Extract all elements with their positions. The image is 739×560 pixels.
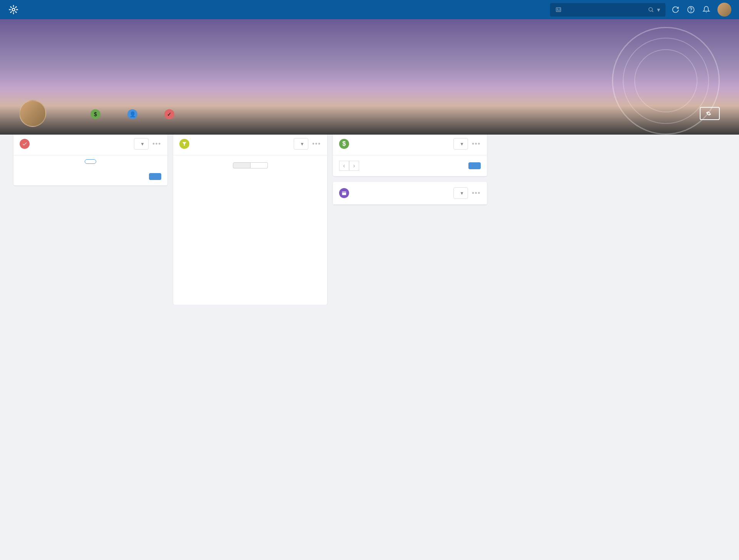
stat-won: $ — [90, 108, 104, 119]
funnel-total — [173, 283, 327, 297]
svg-point-5 — [691, 11, 691, 12]
chevron-down-icon: ▾ — [461, 190, 463, 196]
svg-point-2 — [557, 8, 558, 10]
svg-point-3 — [649, 8, 652, 11]
funnel-toggle — [173, 162, 327, 168]
user-avatar-large[interactable] — [19, 100, 46, 127]
deals-pager: ‹ › — [339, 161, 363, 171]
stat-overdue: ✓ — [164, 108, 178, 119]
stat-contacts: 👤 — [127, 108, 141, 119]
funnel-chart — [181, 175, 319, 283]
chevron-down-icon[interactable]: ▾ — [657, 6, 660, 13]
dollar-icon: $ — [90, 109, 100, 119]
deals-icon: $ — [339, 139, 349, 149]
upcoming-pill[interactable] — [85, 159, 96, 164]
gear-icon — [706, 111, 711, 116]
tasks-icon — [20, 139, 30, 149]
search-icon[interactable] — [648, 7, 654, 13]
app-logo[interactable] — [8, 4, 19, 15]
events-more-icon[interactable]: ••• — [472, 190, 481, 197]
create-deal-button[interactable] — [468, 162, 481, 169]
top-nav: ▾ — [0, 0, 739, 19]
svg-rect-6 — [342, 192, 346, 195]
search-box[interactable]: ▾ — [550, 3, 665, 17]
events-filter-dropdown[interactable]: ▾ — [453, 187, 468, 199]
chevron-down-icon: ▾ — [461, 141, 463, 147]
deals-more-icon[interactable]: ••• — [472, 140, 481, 147]
hero-banner: $ 👤 ✓ — [0, 19, 739, 135]
funnel-more-icon[interactable]: ••• — [312, 140, 321, 147]
page-title — [19, 33, 720, 52]
funnel-legend — [173, 297, 327, 305]
person-icon: 👤 — [127, 109, 137, 119]
tasks-more-icon[interactable]: ••• — [152, 140, 161, 147]
user-avatar[interactable] — [717, 3, 731, 17]
check-icon: ✓ — [164, 109, 174, 119]
toggle-weighted[interactable] — [233, 162, 251, 168]
funnel-widget: ▾ ••• — [173, 133, 327, 305]
pager-prev[interactable]: ‹ — [339, 161, 349, 171]
chevron-down-icon: ▾ — [141, 141, 144, 147]
manage-widgets-button[interactable] — [700, 107, 720, 120]
events-widget: ▾ ••• — [333, 182, 487, 205]
toggle-total[interactable] — [251, 162, 268, 168]
tasks-filter-dropdown[interactable]: ▾ — [134, 138, 149, 150]
help-icon[interactable] — [687, 5, 695, 14]
bell-icon[interactable] — [702, 5, 711, 14]
nav-icons — [671, 3, 731, 17]
search-input[interactable] — [565, 7, 648, 13]
refresh-icon[interactable] — [671, 5, 680, 14]
deals-filter-dropdown[interactable]: ▾ — [453, 138, 468, 150]
chevron-down-icon: ▾ — [301, 141, 303, 147]
calendar-icon — [339, 188, 349, 198]
create-task-button[interactable] — [149, 173, 161, 180]
funnel-icon — [179, 139, 189, 149]
user-block — [19, 100, 52, 127]
deals-widget: $ ▾ ••• ‹ › — [333, 133, 487, 176]
pager-next[interactable]: › — [349, 161, 359, 171]
tasks-widget: ▾ ••• — [13, 133, 167, 185]
contact-card-icon — [555, 7, 562, 13]
svg-point-0 — [12, 8, 15, 11]
funnel-filter-dropdown[interactable]: ▾ — [294, 138, 308, 150]
